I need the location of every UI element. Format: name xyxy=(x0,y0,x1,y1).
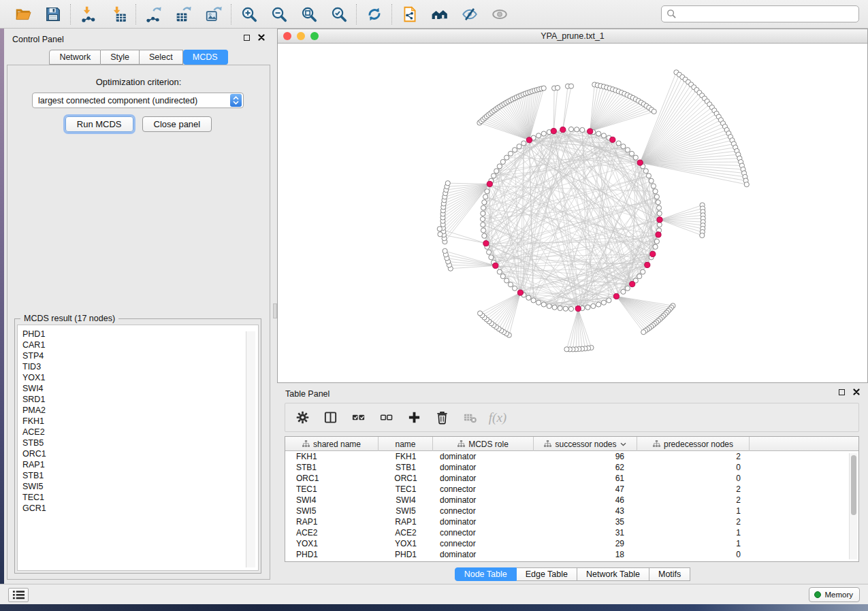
table-scrollbar-thumb[interactable] xyxy=(851,455,856,515)
mcds-result-node[interactable]: RAP1 xyxy=(22,459,258,470)
control-panel-tabs: NetworkStyleSelectMCDS xyxy=(4,50,273,65)
refresh-group xyxy=(357,5,391,23)
export-image-icon[interactable] xyxy=(204,5,223,23)
export-group xyxy=(136,5,231,23)
mcds-result-node[interactable]: STB1 xyxy=(22,470,258,481)
network-graph[interactable] xyxy=(278,44,867,382)
table-settings-icon[interactable] xyxy=(294,410,310,426)
table-tab[interactable]: Motifs xyxy=(649,567,690,581)
run-mcds-button[interactable]: Run MCDS xyxy=(65,116,133,132)
export-network-icon[interactable] xyxy=(144,5,163,23)
column-header-shared-name[interactable]: shared name xyxy=(285,437,379,451)
table-tab[interactable]: Node Table xyxy=(455,567,517,581)
control-panel-tab[interactable]: Network xyxy=(49,50,101,65)
mcds-result-node[interactable]: SRD1 xyxy=(22,394,258,405)
mcds-result-title: MCDS result (17 nodes) xyxy=(20,314,118,323)
criterion-select[interactable]: largest connected component (undirected) xyxy=(32,93,244,108)
table-row[interactable]: STB1 STB1 dominator 62 0 xyxy=(285,462,858,473)
table-row[interactable]: ACE2 ACE2 connector 31 1 xyxy=(285,527,858,538)
mcds-result-node[interactable]: YOX1 xyxy=(22,372,258,383)
mcds-result-node[interactable]: ORC1 xyxy=(22,448,258,459)
float-window-icon[interactable] xyxy=(839,389,845,395)
close-panel-button[interactable]: Close panel xyxy=(142,116,212,132)
search-box[interactable] xyxy=(661,5,859,22)
zoom-in-icon[interactable] xyxy=(240,5,258,23)
zoom-out-icon[interactable] xyxy=(270,5,288,23)
mcds-result-node[interactable]: PMA2 xyxy=(22,405,258,416)
node-table: shared name name MCDS role successor nod… xyxy=(285,436,859,562)
add-column-icon[interactable] xyxy=(406,410,422,426)
save-session-icon[interactable] xyxy=(44,5,62,23)
function-builder-icon[interactable]: f(x) xyxy=(489,410,506,426)
mcds-result-node[interactable]: SWI4 xyxy=(22,383,258,394)
table-row[interactable]: TEC1 TEC1 connector 47 2 xyxy=(285,484,858,495)
mcds-result-node[interactable]: ACE2 xyxy=(22,427,258,437)
mcds-result-node[interactable]: PHD1 xyxy=(22,329,258,340)
table-row[interactable]: SWI4 SWI4 dominator 46 2 xyxy=(285,495,858,506)
new-network-from-selection-icon[interactable] xyxy=(400,5,419,23)
column-header-name[interactable]: name xyxy=(379,437,433,451)
mcds-result-list[interactable]: PHD1CAR1STP4TID3YOX1SWI4SRD1PMA2FKH1ACE2… xyxy=(17,325,259,571)
close-panel-icon[interactable] xyxy=(853,389,860,395)
main-toolbar xyxy=(0,0,868,29)
delete-column-icon[interactable] xyxy=(434,410,450,426)
show-all-icon[interactable] xyxy=(490,5,509,23)
delete-table-icon[interactable] xyxy=(462,410,478,426)
float-window-icon[interactable] xyxy=(244,35,250,41)
memory-button[interactable]: Memory xyxy=(809,587,860,602)
control-panel-title: Control Panel xyxy=(4,29,273,44)
show-columns-icon[interactable] xyxy=(322,410,338,426)
sitemap-icon xyxy=(653,440,660,448)
control-panel-tab[interactable]: Select xyxy=(140,50,183,65)
control-panel-tab[interactable]: Style xyxy=(101,50,140,65)
table-row[interactable]: FKH1 FKH1 dominator 96 2 xyxy=(285,451,858,462)
task-history-button[interactable] xyxy=(8,588,29,602)
select-stepper-icon xyxy=(230,94,242,107)
mcds-result-node[interactable]: FKH1 xyxy=(22,416,258,427)
memory-label: Memory xyxy=(824,591,853,599)
table-tab[interactable]: Edge Table xyxy=(517,567,577,581)
table-row[interactable]: PHD1 PHD1 dominator 18 0 xyxy=(285,549,858,560)
network-window-title: YPA_prune.txt_1 xyxy=(278,31,867,41)
sitemap-icon xyxy=(544,440,551,448)
table-scrollbar[interactable] xyxy=(849,453,857,559)
mcds-result-node[interactable]: GCR1 xyxy=(22,503,258,514)
refresh-icon[interactable] xyxy=(365,5,383,23)
column-header-predecessor-nodes[interactable]: predecessor nodes xyxy=(637,437,750,451)
table-row[interactable]: YOX1 YOX1 connector 29 1 xyxy=(285,538,858,549)
file-group xyxy=(5,5,70,23)
mcds-result-node[interactable]: TEC1 xyxy=(22,492,258,503)
deselect-all-icon[interactable] xyxy=(378,410,394,426)
column-header-mcds-role[interactable]: MCDS role xyxy=(433,437,534,451)
mcds-result-node[interactable]: CAR1 xyxy=(22,340,258,350)
mcds-list-scrollbar[interactable] xyxy=(246,331,255,567)
search-input[interactable] xyxy=(680,7,858,21)
zoom-fit-icon[interactable] xyxy=(300,5,318,23)
first-neighbors-icon[interactable] xyxy=(430,5,449,23)
status-bar: Memory xyxy=(0,584,868,604)
table-tab[interactable]: Network Table xyxy=(577,567,649,581)
mcds-result-node[interactable]: STB5 xyxy=(22,437,258,448)
hide-selected-icon[interactable] xyxy=(460,5,479,23)
table-row[interactable]: RAP1 RAP1 dominator 35 2 xyxy=(285,516,858,527)
select-all-icon[interactable] xyxy=(350,410,366,426)
zoom-selected-icon[interactable] xyxy=(329,5,348,23)
mcds-result-node[interactable]: STP4 xyxy=(22,350,258,361)
open-file-icon[interactable] xyxy=(14,5,32,23)
mcds-result-node[interactable]: TID3 xyxy=(22,361,258,372)
mcds-result-node[interactable]: SWI5 xyxy=(22,481,258,492)
export-table-icon[interactable] xyxy=(174,5,193,23)
table-row[interactable]: SWI5 SWI5 connector 43 1 xyxy=(285,506,858,516)
network-canvas[interactable] xyxy=(278,44,867,382)
desktop-wallpaper-bottom xyxy=(0,604,868,611)
search-icon xyxy=(666,9,677,19)
import-table-icon[interactable] xyxy=(109,5,127,23)
application-window: Control Panel NetworkStyleSelectMCDS Opt… xyxy=(0,0,868,611)
close-panel-icon[interactable] xyxy=(258,34,265,41)
sitemap-icon xyxy=(302,440,310,448)
column-header-successor-nodes[interactable]: successor nodes xyxy=(534,437,637,451)
network-window-titlebar[interactable]: YPA_prune.txt_1 xyxy=(278,29,867,44)
import-network-icon[interactable] xyxy=(79,5,97,23)
control-panel-tab[interactable]: MCDS xyxy=(183,50,228,65)
table-row[interactable]: ORC1 ORC1 dominator 61 0 xyxy=(285,473,858,484)
